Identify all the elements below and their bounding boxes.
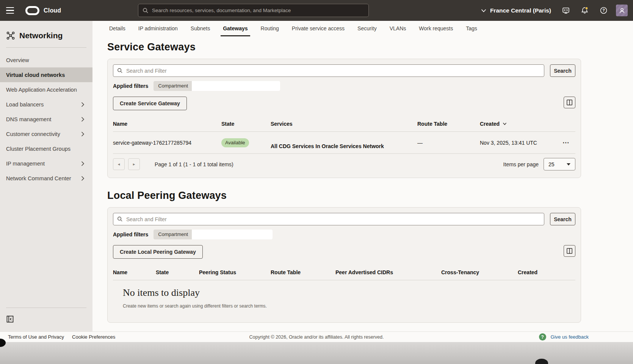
- chevron-down-icon: [481, 9, 486, 12]
- help-icon[interactable]: ?: [600, 6, 608, 14]
- service-gateways-table: Name State Services Route Table Created …: [113, 117, 575, 154]
- sg-compartment-filter-chip[interactable]: Compartment: [154, 81, 280, 91]
- terms-privacy-link[interactable]: Terms of Use and Privacy: [8, 334, 64, 340]
- screen: Cloud France Central (Paris): [0, 0, 633, 364]
- sidebar-item-virtual-cloud-networks[interactable]: Virtual cloud networks: [0, 67, 92, 82]
- sg-compartment-filter-value: [192, 81, 280, 91]
- lpg-empty-state: No items to display Create new items or …: [113, 280, 575, 309]
- sg-search-button[interactable]: Search: [550, 64, 575, 77]
- search-icon: [117, 68, 123, 73]
- divider: [6, 308, 86, 308]
- create-service-gateway-button[interactable]: Create Service Gateway: [113, 97, 187, 110]
- lpg-search-button[interactable]: Search: [550, 213, 575, 225]
- sg-col-state: State: [221, 121, 271, 127]
- sidebar-item-load-balancers[interactable]: Load balancers: [0, 97, 92, 112]
- lpg-col-route-table: Route Table: [271, 269, 335, 275]
- header-right: France Central (Paris): [481, 0, 628, 21]
- lpg-table-header: Name State Peering Status Route Table Pe…: [113, 266, 575, 280]
- sg-row-created: Nov 3, 2025, 13:41 UTC: [480, 140, 556, 146]
- give-feedback-link[interactable]: Give us feedback: [551, 334, 589, 340]
- previous-page-button[interactable]: ◂: [113, 158, 125, 170]
- page-footer: Terms of Use and Privacy Cookie Preferen…: [0, 331, 633, 342]
- tab-work-requests[interactable]: Work requests: [412, 21, 459, 36]
- main-content: Service Gateways Search Applied filters …: [92, 36, 633, 331]
- tab-private-service-access[interactable]: Private service access: [285, 21, 351, 36]
- sidebar-nav: Overview Virtual cloud networks Web Appl…: [0, 53, 92, 186]
- lpg-compartment-filter-value: [192, 230, 273, 239]
- sg-table-row[interactable]: service-gateway-1762177285794 Available …: [113, 132, 575, 154]
- lpg-applied-filters-label: Applied filters: [113, 231, 148, 237]
- service-gateways-title: Service Gateways: [107, 41, 633, 53]
- local-peering-gateways-title: Local Peering Gateways: [107, 189, 633, 202]
- lpg-search-filter[interactable]: [113, 213, 544, 225]
- tab-ip-administration[interactable]: IP administration: [132, 21, 184, 36]
- caret-down-icon: [567, 163, 570, 166]
- sg-col-name: Name: [113, 121, 221, 127]
- product-title: Cloud: [44, 7, 61, 14]
- networking-icon: [6, 31, 15, 40]
- sidebar-item-customer-connectivity[interactable]: Customer connectivity: [0, 127, 92, 141]
- region-selector[interactable]: France Central (Paris): [481, 7, 551, 14]
- row-actions-menu[interactable]: ⋯: [562, 139, 569, 146]
- lpg-col-state: State: [156, 269, 199, 275]
- vcn-tab-bar: Details IP administration Subnets Gatewa…: [92, 21, 633, 36]
- sidebar-title: Networking: [0, 21, 92, 40]
- top-header: Cloud France Central (Paris): [0, 0, 633, 21]
- sidebar-item-ip-management[interactable]: IP management: [0, 156, 92, 171]
- lpg-compartment-filter-chip[interactable]: Compartment: [154, 230, 273, 239]
- tab-tags[interactable]: Tags: [459, 21, 484, 36]
- sg-manage-columns-button[interactable]: [564, 97, 575, 108]
- local-peering-gateways-panel: Search Applied filters Compartment Creat…: [107, 207, 581, 323]
- notifications-bell-icon[interactable]: [581, 6, 589, 14]
- tab-vlans[interactable]: VLANs: [383, 21, 413, 36]
- sg-col-created-sort[interactable]: Created: [480, 121, 556, 127]
- lpg-col-peering-status: Peering Status: [199, 269, 271, 275]
- person-icon: [619, 7, 625, 14]
- user-avatar[interactable]: [616, 5, 628, 16]
- sidebar-item-cluster-placement-groups[interactable]: Cluster Placement Groups: [0, 141, 92, 156]
- empty-state-subtitle: Create new items or search again using d…: [123, 303, 575, 309]
- items-per-page-label: Items per page: [503, 161, 539, 167]
- collapse-panel-icon: [6, 315, 14, 323]
- tab-gateways[interactable]: Gateways: [216, 21, 254, 36]
- sidebar-item-overview[interactable]: Overview: [0, 53, 92, 67]
- columns-icon: [566, 99, 573, 106]
- page-info: Page 1 of 1 (1 - 1 of 1 total items): [155, 161, 233, 167]
- lpg-col-created: Created: [518, 269, 575, 275]
- sg-search-input[interactable]: [126, 68, 540, 74]
- hamburger-menu-icon[interactable]: [6, 7, 15, 14]
- search-icon: [143, 8, 149, 14]
- sg-col-services: Services: [271, 121, 417, 127]
- cloud-shell-icon[interactable]: [562, 7, 570, 14]
- tab-routing[interactable]: Routing: [254, 21, 285, 36]
- global-search[interactable]: [138, 4, 369, 17]
- chevron-right-icon: [81, 117, 85, 122]
- region-label: France Central (Paris): [490, 7, 551, 14]
- sg-row-name[interactable]: service-gateway-1762177285794: [113, 140, 221, 146]
- create-local-peering-gateway-button[interactable]: Create Local Peering Gateway: [113, 245, 203, 259]
- sg-row-route-table: —: [417, 140, 480, 146]
- search-icon: [117, 216, 123, 222]
- service-gateways-panel: Search Applied filters Compartment Creat…: [107, 59, 581, 178]
- lpg-col-cross-tenancy: Cross-Tenancy: [441, 269, 518, 275]
- sidebar-item-network-command-center[interactable]: Network Command Center: [0, 171, 92, 186]
- sg-table-header: Name State Services Route Table Created: [113, 117, 575, 132]
- collapse-sidebar-button[interactable]: [6, 315, 14, 323]
- items-per-page-select[interactable]: 25: [544, 158, 575, 170]
- tab-subnets[interactable]: Subnets: [184, 21, 216, 36]
- cookie-preferences-link[interactable]: Cookie Preferences: [72, 334, 115, 340]
- sg-search-filter[interactable]: [113, 64, 544, 77]
- sidebar-item-dns-management[interactable]: DNS management: [0, 112, 92, 127]
- lpg-manage-columns-button[interactable]: [564, 245, 575, 257]
- tab-security[interactable]: Security: [351, 21, 383, 36]
- sg-row-state: Available: [221, 138, 271, 147]
- lpg-search-input[interactable]: [126, 216, 540, 222]
- feedback-help-icon[interactable]: ?: [539, 333, 546, 341]
- sort-chevron-down-icon: [503, 122, 507, 125]
- sidebar-item-web-application-acceleration[interactable]: Web Application Acceleration: [0, 82, 92, 97]
- chevron-right-icon: [81, 161, 85, 166]
- tab-details[interactable]: Details: [103, 21, 132, 36]
- global-search-input[interactable]: [152, 8, 364, 13]
- next-page-button[interactable]: ▸: [128, 158, 140, 170]
- oracle-logo[interactable]: [25, 6, 39, 15]
